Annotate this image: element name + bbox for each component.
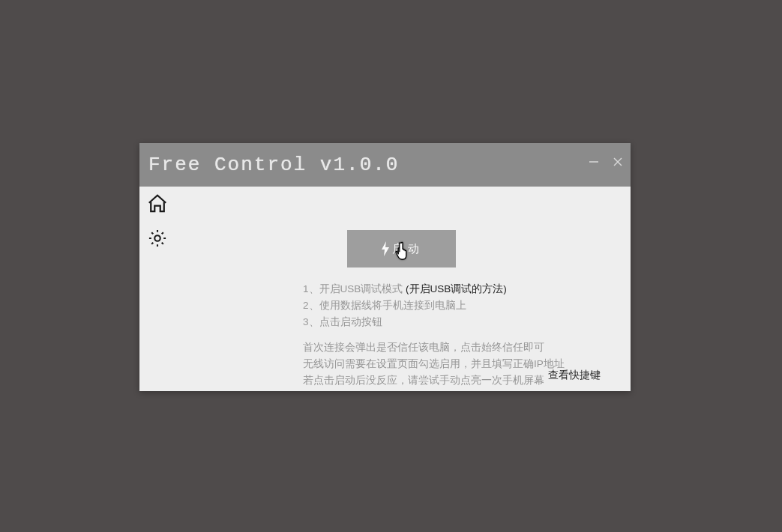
usb-debug-help-link[interactable]: (开启USB调试的方法): [406, 283, 507, 294]
step1-text: 1、开启USB调试模式: [303, 283, 403, 294]
start-button-label: 启动: [392, 242, 424, 256]
start-button[interactable]: 启动: [347, 230, 456, 267]
notes: 首次连接会弹出是否信任该电脑，点击始终信任即可 无线访问需要在设置页面勾选启用，…: [303, 339, 565, 389]
main-content: 启动 1、开启USB调试模式 (开启USB调试的方法) 2、使用数据线将手机连接…: [175, 187, 631, 391]
note-line-3: 若点击启动后没反应，请尝试手动点亮一次手机屏幕: [303, 372, 565, 389]
gear-icon: [147, 228, 168, 252]
minimize-button[interactable]: [589, 157, 599, 167]
instruction-step-2: 2、使用数据线将手机连接到电脑上: [303, 297, 507, 314]
titlebar: Free Control v1.0.0: [139, 143, 631, 187]
close-button[interactable]: [613, 157, 623, 167]
body-area: 启动 1、开启USB调试模式 (开启USB调试的方法) 2、使用数据线将手机连接…: [139, 187, 631, 391]
note-line-2: 无线访问需要在设置页面勾选启用，并且填写正确IP地址: [303, 356, 565, 372]
sidebar-item-home[interactable]: [145, 193, 170, 218]
instruction-step-1: 1、开启USB调试模式 (开启USB调试的方法): [303, 281, 507, 297]
lightning-icon: [380, 241, 391, 256]
home-icon: [146, 193, 169, 218]
svg-point-3: [154, 235, 160, 241]
window-title: Free Control v1.0.0: [148, 154, 399, 176]
window-controls: [589, 157, 623, 167]
instructions: 1、开启USB调试模式 (开启USB调试的方法) 2、使用数据线将手机连接到电脑…: [303, 281, 507, 330]
app-window: Free Control v1.0.0: [139, 143, 631, 391]
sidebar-item-settings[interactable]: [145, 227, 170, 253]
instruction-step-3: 3、点击启动按钮: [303, 314, 507, 330]
view-shortcuts-link[interactable]: 查看快捷键: [548, 369, 601, 382]
sidebar: [139, 187, 175, 391]
note-line-1: 首次连接会弹出是否信任该电脑，点击始终信任即可: [303, 339, 565, 356]
